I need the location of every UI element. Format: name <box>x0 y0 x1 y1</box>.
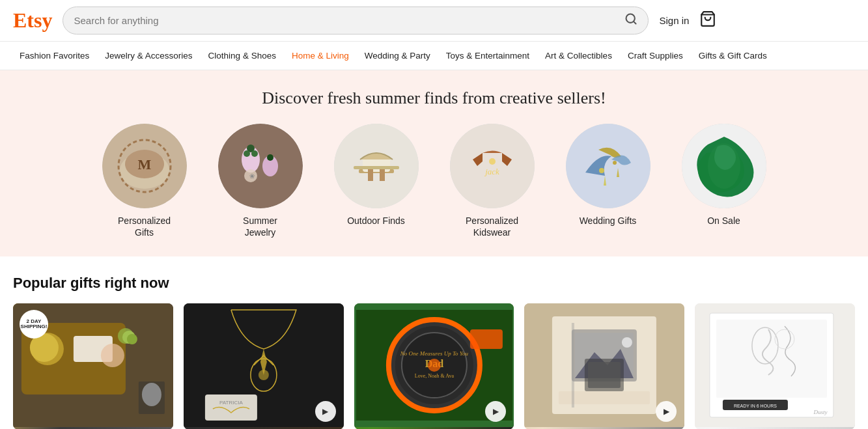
product-card-5[interactable]: READY IN 6 HOURS Dusty <box>695 303 855 429</box>
nav-item-fashion[interactable]: Fashion Favorites <box>13 47 96 64</box>
etsy-logo[interactable]: Etsy <box>13 8 52 33</box>
svg-point-8 <box>218 124 303 208</box>
svg-text:❀: ❀ <box>249 173 255 180</box>
nav-item-home[interactable]: Home & Living <box>285 47 356 64</box>
nav-item-craft[interactable]: Craft Supplies <box>621 47 690 64</box>
category-circle-outdoor <box>334 124 419 208</box>
search-bar <box>63 7 649 35</box>
svg-rect-20 <box>368 169 373 181</box>
category-circle-jewelry: ❀ <box>218 124 303 208</box>
svg-point-26 <box>566 124 651 208</box>
category-circle-kidswear: jack <box>450 124 535 208</box>
svg-point-39 <box>127 334 137 344</box>
product-image-5: READY IN 6 HOURS Dusty <box>695 303 855 427</box>
categories-row: M PersonalizedGifts ❀ <box>13 124 855 256</box>
svg-text:M: M <box>137 156 151 173</box>
svg-point-41 <box>142 383 161 406</box>
sign-in-button[interactable]: Sign in <box>659 15 689 26</box>
search-input[interactable] <box>74 15 624 26</box>
products-section: Popular gifts right now 2 DAYSHIPPING! <box>0 256 868 429</box>
svg-point-11 <box>244 150 250 157</box>
products-row: 2 DAYSHIPPING! PATRICIA ▶ <box>13 303 855 429</box>
product-card-3[interactable]: No One Measures Up To You Dad Love, Noah… <box>354 303 514 429</box>
search-button[interactable] <box>624 12 637 29</box>
svg-text:jack: jack <box>484 167 499 176</box>
svg-rect-22 <box>354 166 399 169</box>
category-label-personalized: PersonalizedGifts <box>118 215 171 238</box>
svg-line-1 <box>634 21 636 24</box>
svg-rect-66 <box>588 362 621 388</box>
svg-point-23 <box>450 124 535 208</box>
svg-text:Dusty: Dusty <box>813 409 828 415</box>
category-label-sale: On Sale <box>707 215 740 227</box>
nav-item-jewelry[interactable]: Jewelry & Accessories <box>98 47 199 64</box>
category-wedding-gifts[interactable]: Wedding Gifts <box>566 124 651 238</box>
category-on-sale[interactable]: On Sale <box>682 124 766 238</box>
nav-item-clothing[interactable]: Clothing & Shoes <box>202 47 283 64</box>
nav-bar: Fashion Favorites Jewelry & Accessories … <box>0 42 868 70</box>
category-circle-personalized: M <box>102 124 187 208</box>
shopping-cart-icon <box>699 10 716 27</box>
category-summer-jewelry[interactable]: ❀ SummerJewelry <box>218 124 303 238</box>
svg-rect-64 <box>572 323 574 408</box>
svg-point-25 <box>489 158 496 165</box>
svg-point-12 <box>251 150 258 157</box>
category-circle-sale <box>682 124 766 208</box>
product-card-4[interactable]: ▶ <box>524 303 684 429</box>
svg-text:PATRICIA: PATRICIA <box>219 400 243 406</box>
nav-item-wedding[interactable]: Wedding & Party <box>358 47 437 64</box>
svg-rect-45 <box>205 394 257 421</box>
search-icon <box>624 12 637 25</box>
nav-item-toys[interactable]: Toys & Entertainment <box>440 47 536 64</box>
category-personalized-gifts[interactable]: M PersonalizedGifts <box>102 124 187 238</box>
svg-rect-56 <box>469 329 502 349</box>
product-card-2[interactable]: PATRICIA ▶ <box>184 303 344 429</box>
category-label-kidswear: PersonalizedKidswear <box>466 215 518 238</box>
products-section-title: Popular gifts right now <box>13 275 855 292</box>
nav-item-art[interactable]: Art & Collectibles <box>539 47 619 64</box>
category-circle-wedding <box>566 124 651 208</box>
header-actions: Sign in <box>659 10 716 31</box>
svg-text:Love, Noah & Ava: Love, Noah & Ava <box>414 373 454 379</box>
banner-section: Discover fresh summer finds from creativ… <box>0 70 868 256</box>
svg-point-36 <box>101 344 124 367</box>
cart-icon[interactable] <box>699 10 716 31</box>
product-card-1[interactable]: 2 DAYSHIPPING! <box>13 303 173 429</box>
category-label-wedding: Wedding Gifts <box>580 215 637 227</box>
svg-text:READY IN 6 HOURS: READY IN 6 HOURS <box>734 404 777 408</box>
header: Etsy Sign in <box>0 0 868 42</box>
svg-point-27 <box>599 168 604 173</box>
svg-rect-69 <box>716 320 827 398</box>
svg-point-14 <box>267 154 273 161</box>
nav-item-gifts[interactable]: Gifts & Gift Cards <box>692 47 774 64</box>
category-label-outdoor: Outdoor Finds <box>347 215 405 227</box>
category-outdoor-finds[interactable]: Outdoor Finds <box>334 124 419 238</box>
svg-point-44 <box>259 370 269 380</box>
category-label-jewelry: SummerJewelry <box>243 215 277 238</box>
svg-rect-21 <box>380 169 385 181</box>
svg-point-62 <box>622 337 632 348</box>
play-button-2[interactable]: ▶ <box>315 401 336 422</box>
svg-point-55 <box>427 359 440 372</box>
banner-heading: Discover fresh summer finds from creativ… <box>13 89 855 108</box>
svg-text:No One Measures Up To You: No One Measures Up To You <box>399 350 468 357</box>
svg-point-28 <box>613 161 617 165</box>
category-personalized-kidswear[interactable]: jack PersonalizedKidswear <box>450 124 535 238</box>
